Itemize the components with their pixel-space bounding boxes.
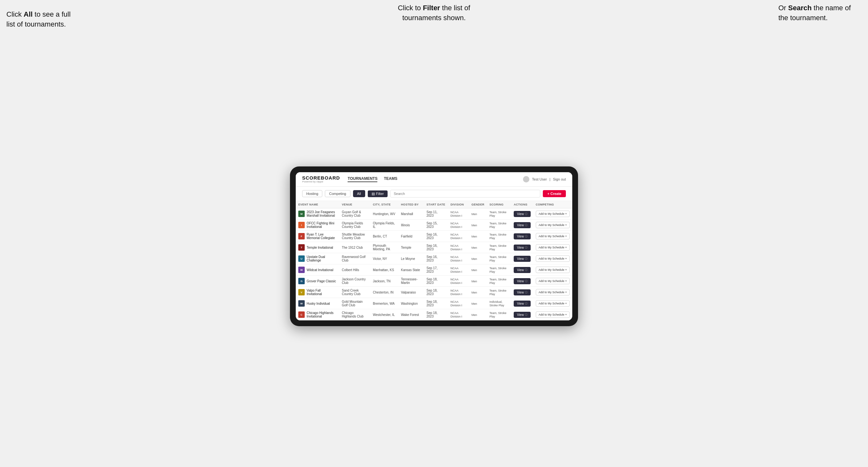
- col-venue: VENUE: [339, 201, 370, 208]
- tab-competing[interactable]: Competing: [325, 190, 350, 197]
- view-button-9[interactable]: View ⓘ: [514, 301, 531, 307]
- nav-tournaments[interactable]: TOURNAMENTS: [348, 176, 377, 182]
- team-logo-2: I: [298, 222, 305, 228]
- add-schedule-button-3[interactable]: Add to My Schedule +: [536, 233, 570, 240]
- cell-date-10: Sep 18, 2023: [424, 309, 448, 320]
- view-button-4[interactable]: View ⓘ: [514, 245, 531, 251]
- cell-venue-8: Sand Creek Country Club: [339, 287, 370, 298]
- cell-division-8: NCAA Division I: [448, 287, 469, 298]
- cell-date-9: Sep 18, 2023: [424, 298, 448, 309]
- cell-venue-10: Chicago Highlands Club: [339, 309, 370, 320]
- cell-event-name-10: C Chicago Highlands Invitational: [296, 309, 339, 320]
- view-button-6[interactable]: View ⓘ: [514, 267, 531, 273]
- cell-competing-9: Add to My Schedule +: [533, 298, 572, 309]
- cell-city-6: Manhattan, KS: [370, 264, 399, 276]
- toolbar: Hosting Competing All ▤ Filter + Create: [296, 187, 572, 201]
- create-button[interactable]: + Create: [543, 190, 566, 197]
- add-schedule-button-1[interactable]: Add to My Schedule +: [536, 211, 570, 217]
- cell-division-4: NCAA Division I: [448, 242, 469, 253]
- cell-host-5: Le Moyne: [399, 253, 424, 264]
- cell-city-4: Plymouth Meeting, PA: [370, 242, 399, 253]
- event-name-text-9: Husky Individual: [307, 302, 330, 305]
- cell-scoring-6: Team, Stroke Play: [487, 264, 511, 276]
- search-input[interactable]: [390, 190, 540, 197]
- col-city-state: CITY, STATE: [370, 201, 399, 208]
- table-row: W Husky Individual Gold Mountain Golf Cl…: [296, 298, 572, 309]
- table-container: EVENT NAME VENUE CITY, STATE HOSTED BY S…: [296, 201, 572, 320]
- team-logo-6: W: [298, 267, 305, 273]
- annotation-top-left: Click All to see a full list of tourname…: [6, 9, 77, 29]
- cell-event-name-3: F Ryan T. Lee Memorial Collegiate: [296, 231, 339, 242]
- cell-event-name-4: T Temple Invitational: [296, 242, 339, 253]
- cell-scoring-7: Team, Stroke Play: [487, 276, 511, 287]
- view-button-10[interactable]: View ⓘ: [514, 312, 531, 318]
- logo-text: SCOREBOARD: [302, 176, 340, 180]
- event-name-text-8: Valpo Fall Invitational: [307, 289, 337, 296]
- annotation-top-center: Click to Filter the list of tournaments …: [383, 3, 485, 23]
- cell-actions-8: View ⓘ: [511, 287, 533, 298]
- event-name-text-4: Temple Invitational: [307, 246, 333, 249]
- event-name-text-6: Wildcat Invitational: [307, 268, 333, 272]
- cell-actions-9: View ⓘ: [511, 298, 533, 309]
- cell-gender-5: Men: [469, 253, 487, 264]
- cell-actions-4: View ⓘ: [511, 242, 533, 253]
- table-row: U Upstate Dual Challenge Ravenwood Golf …: [296, 253, 572, 264]
- add-schedule-button-8[interactable]: Add to My Schedule +: [536, 289, 570, 295]
- sign-out-link[interactable]: Sign out: [553, 177, 566, 181]
- view-button-3[interactable]: View ⓘ: [514, 234, 531, 240]
- table-row: W Wildcat Invitational Colbert Hills Man…: [296, 264, 572, 276]
- filter-label: Filter: [376, 192, 384, 195]
- table-body: M 2023 Joe Feaganes Marshall Invitationa…: [296, 208, 572, 320]
- add-schedule-button-4[interactable]: Add to My Schedule +: [536, 244, 570, 251]
- cell-scoring-10: Team, Stroke Play: [487, 309, 511, 320]
- tab-hosting[interactable]: Hosting: [302, 190, 322, 197]
- col-gender: GENDER: [469, 201, 487, 208]
- add-schedule-button-9[interactable]: Add to My Schedule +: [536, 300, 570, 307]
- tablet-device: SCOREBOARD Powered by clippd TOURNAMENTS…: [290, 166, 578, 326]
- view-button-1[interactable]: View ⓘ: [514, 211, 531, 217]
- info-icon-10: ⓘ: [525, 313, 527, 317]
- cell-scoring-1: Team, Stroke Play: [487, 208, 511, 220]
- cell-division-9: NCAA Division I: [448, 298, 469, 309]
- view-button-2[interactable]: View ⓘ: [514, 222, 531, 228]
- add-schedule-button-6[interactable]: Add to My Schedule +: [536, 267, 570, 273]
- cell-gender-9: Men: [469, 298, 487, 309]
- event-name-text-2: OFCC Fighting Illini Invitational: [307, 221, 337, 228]
- cell-scoring-3: Team, Stroke Play: [487, 231, 511, 242]
- cell-competing-7: Add to My Schedule +: [533, 276, 572, 287]
- logo-area: SCOREBOARD Powered by clippd: [302, 176, 340, 183]
- cell-host-10: Wake Forest: [399, 309, 424, 320]
- filter-button[interactable]: ▤ Filter: [368, 190, 388, 197]
- info-icon-4: ⓘ: [525, 246, 527, 249]
- add-schedule-button-10[interactable]: Add to My Schedule +: [536, 311, 570, 318]
- cell-date-3: Sep 16, 2023: [424, 231, 448, 242]
- col-actions: ACTIONS: [511, 201, 533, 208]
- view-button-5[interactable]: View ⓘ: [514, 256, 531, 262]
- view-button-8[interactable]: View ⓘ: [514, 289, 531, 295]
- event-name-text-3: Ryan T. Lee Memorial Collegiate: [307, 233, 337, 240]
- info-icon-5: ⓘ: [525, 257, 527, 260]
- cell-scoring-5: Team, Stroke Play: [487, 253, 511, 264]
- info-icon-8: ⓘ: [525, 291, 527, 294]
- tab-all[interactable]: All: [353, 190, 365, 197]
- table-row: F Ryan T. Lee Memorial Collegiate Shuttl…: [296, 231, 572, 242]
- cell-venue-9: Gold Mountain Golf Club: [339, 298, 370, 309]
- main-nav: TOURNAMENTS TEAMS: [348, 176, 515, 182]
- cell-gender-10: Men: [469, 309, 487, 320]
- user-avatar: [523, 176, 529, 182]
- cell-venue-6: Colbert Hills: [339, 264, 370, 276]
- cell-scoring-4: Team, Stroke Play: [487, 242, 511, 253]
- header-user-area: Test User | Sign out: [523, 176, 566, 182]
- cell-venue-3: Shuttle Meadow Country Club: [339, 231, 370, 242]
- nav-teams[interactable]: TEAMS: [384, 176, 397, 182]
- team-logo-1: M: [298, 211, 305, 217]
- add-schedule-button-5[interactable]: Add to My Schedule +: [536, 255, 570, 262]
- add-schedule-button-7[interactable]: Add to My Schedule +: [536, 278, 570, 284]
- add-schedule-button-2[interactable]: Add to My Schedule +: [536, 222, 570, 228]
- team-logo-3: F: [298, 233, 305, 240]
- cell-host-3: Fairfield: [399, 231, 424, 242]
- cell-date-4: Sep 16, 2023: [424, 242, 448, 253]
- table-row: G Grover Page Classic Jackson Country Cl…: [296, 276, 572, 287]
- view-button-7[interactable]: View ⓘ: [514, 278, 531, 284]
- table-header: EVENT NAME VENUE CITY, STATE HOSTED BY S…: [296, 201, 572, 208]
